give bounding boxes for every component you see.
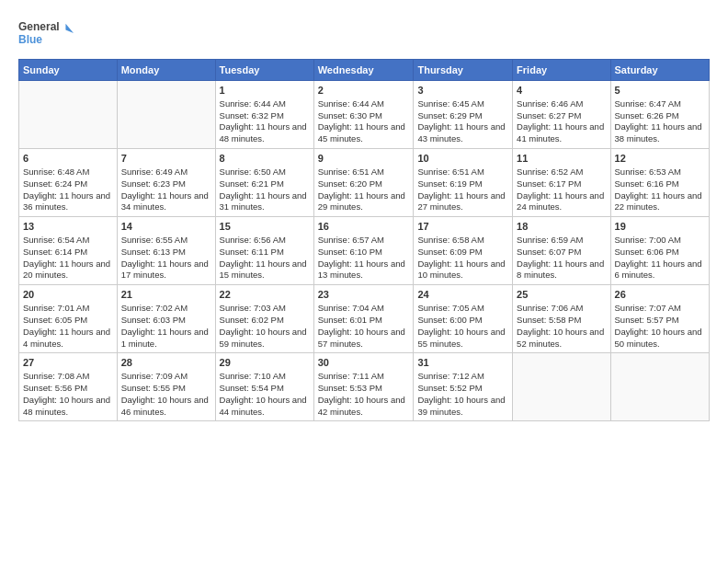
day-cell: 29Sunrise: 7:10 AMSunset: 5:54 PMDayligh… (215, 353, 313, 421)
weekday-header-row: SundayMondayTuesdayWednesdayThursdayFrid… (19, 60, 710, 81)
day-number: 18 (517, 220, 606, 234)
day-cell (19, 81, 118, 149)
day-info: Sunrise: 7:09 AMSunset: 5:55 PMDaylight:… (121, 371, 211, 418)
day-number: 20 (23, 288, 113, 302)
day-number: 2 (318, 84, 410, 98)
day-number: 17 (417, 220, 508, 234)
day-number: 11 (517, 152, 606, 166)
day-cell: 11Sunrise: 6:52 AMSunset: 6:17 PMDayligh… (513, 149, 610, 217)
day-cell: 25Sunrise: 7:06 AMSunset: 5:58 PMDayligh… (513, 285, 610, 353)
day-number: 6 (23, 152, 113, 166)
day-number: 22 (220, 288, 310, 302)
weekday-header-saturday: Saturday (610, 60, 709, 81)
day-info: Sunrise: 6:45 AMSunset: 6:29 PMDaylight:… (417, 98, 508, 145)
logo: General Blue (18, 15, 74, 52)
day-number: 28 (121, 356, 211, 370)
weekday-header-friday: Friday (513, 60, 610, 81)
day-info: Sunrise: 7:00 AMSunset: 6:06 PMDaylight:… (615, 235, 705, 282)
weekday-header-sunday: Sunday (19, 60, 118, 81)
weekday-header-monday: Monday (117, 60, 215, 81)
day-info: Sunrise: 7:07 AMSunset: 5:57 PMDaylight:… (615, 303, 705, 350)
svg-marker-2 (65, 24, 74, 33)
day-number: 14 (121, 220, 211, 234)
day-number: 23 (318, 288, 410, 302)
day-info: Sunrise: 7:11 AMSunset: 5:53 PMDaylight:… (318, 371, 410, 418)
day-info: Sunrise: 7:12 AMSunset: 5:52 PMDaylight:… (417, 371, 508, 418)
day-info: Sunrise: 6:44 AMSunset: 6:32 PMDaylight:… (220, 98, 310, 145)
day-cell (513, 353, 610, 421)
day-cell: 19Sunrise: 7:00 AMSunset: 6:06 PMDayligh… (610, 217, 709, 285)
day-info: Sunrise: 7:03 AMSunset: 6:02 PMDaylight:… (220, 303, 310, 350)
day-info: Sunrise: 6:51 AMSunset: 6:19 PMDaylight:… (417, 167, 508, 213)
day-info: Sunrise: 7:06 AMSunset: 5:58 PMDaylight:… (517, 303, 606, 350)
page: General Blue SundayMondayTuesdayWednesda… (0, 0, 728, 431)
day-info: Sunrise: 6:51 AMSunset: 6:20 PMDaylight:… (318, 167, 410, 213)
day-info: Sunrise: 6:44 AMSunset: 6:30 PMDaylight:… (318, 98, 410, 145)
week-row-4: 20Sunrise: 7:01 AMSunset: 6:05 PMDayligh… (19, 285, 710, 353)
day-number: 19 (615, 220, 705, 234)
day-info: Sunrise: 6:52 AMSunset: 6:17 PMDaylight:… (517, 167, 606, 213)
day-info: Sunrise: 7:01 AMSunset: 6:05 PMDaylight:… (23, 303, 113, 350)
day-cell: 10Sunrise: 6:51 AMSunset: 6:19 PMDayligh… (414, 149, 513, 217)
day-number: 16 (318, 220, 410, 234)
calendar-table: SundayMondayTuesdayWednesdayThursdayFrid… (18, 59, 710, 421)
day-number: 21 (121, 288, 211, 302)
day-cell: 7Sunrise: 6:49 AMSunset: 6:23 PMDaylight… (117, 149, 215, 217)
day-cell: 30Sunrise: 7:11 AMSunset: 5:53 PMDayligh… (313, 353, 414, 421)
day-info: Sunrise: 6:49 AMSunset: 6:23 PMDaylight:… (121, 167, 211, 213)
day-number: 1 (220, 84, 310, 98)
day-info: Sunrise: 6:57 AMSunset: 6:10 PMDaylight:… (318, 235, 410, 282)
week-row-5: 27Sunrise: 7:08 AMSunset: 5:56 PMDayligh… (19, 353, 710, 421)
week-row-1: 1Sunrise: 6:44 AMSunset: 6:32 PMDaylight… (19, 81, 710, 149)
day-info: Sunrise: 6:55 AMSunset: 6:13 PMDaylight:… (121, 235, 211, 282)
day-cell: 20Sunrise: 7:01 AMSunset: 6:05 PMDayligh… (19, 285, 118, 353)
day-cell (117, 81, 215, 149)
day-cell: 15Sunrise: 6:56 AMSunset: 6:11 PMDayligh… (215, 217, 313, 285)
day-cell: 17Sunrise: 6:58 AMSunset: 6:09 PMDayligh… (414, 217, 513, 285)
day-cell: 12Sunrise: 6:53 AMSunset: 6:16 PMDayligh… (610, 149, 709, 217)
svg-text:Blue: Blue (18, 33, 42, 46)
day-number: 10 (417, 152, 508, 166)
day-number: 13 (23, 220, 113, 234)
day-cell: 2Sunrise: 6:44 AMSunset: 6:30 PMDaylight… (313, 81, 414, 149)
week-row-3: 13Sunrise: 6:54 AMSunset: 6:14 PMDayligh… (19, 217, 710, 285)
day-cell: 26Sunrise: 7:07 AMSunset: 5:57 PMDayligh… (610, 285, 709, 353)
logo-svg: General Blue (18, 15, 74, 52)
day-cell: 22Sunrise: 7:03 AMSunset: 6:02 PMDayligh… (215, 285, 313, 353)
day-info: Sunrise: 7:04 AMSunset: 6:01 PMDaylight:… (318, 303, 410, 350)
weekday-header-wednesday: Wednesday (313, 60, 414, 81)
day-info: Sunrise: 6:58 AMSunset: 6:09 PMDaylight:… (417, 235, 508, 282)
day-cell: 23Sunrise: 7:04 AMSunset: 6:01 PMDayligh… (313, 285, 414, 353)
day-info: Sunrise: 7:05 AMSunset: 6:00 PMDaylight:… (417, 303, 508, 350)
day-cell: 16Sunrise: 6:57 AMSunset: 6:10 PMDayligh… (313, 217, 414, 285)
day-info: Sunrise: 6:56 AMSunset: 6:11 PMDaylight:… (220, 235, 310, 282)
day-cell: 27Sunrise: 7:08 AMSunset: 5:56 PMDayligh… (19, 353, 118, 421)
day-number: 31 (417, 356, 508, 370)
day-info: Sunrise: 6:59 AMSunset: 6:07 PMDaylight:… (517, 235, 606, 282)
day-number: 8 (220, 152, 310, 166)
day-number: 27 (23, 356, 113, 370)
svg-text:General: General (18, 20, 60, 33)
day-number: 15 (220, 220, 310, 234)
day-number: 9 (318, 152, 410, 166)
header: General Blue (18, 15, 710, 52)
day-number: 25 (517, 288, 606, 302)
day-number: 3 (417, 84, 508, 98)
day-number: 30 (318, 356, 410, 370)
week-row-2: 6Sunrise: 6:48 AMSunset: 6:24 PMDaylight… (19, 149, 710, 217)
day-number: 26 (615, 288, 705, 302)
day-info: Sunrise: 6:54 AMSunset: 6:14 PMDaylight:… (23, 235, 113, 282)
day-cell: 28Sunrise: 7:09 AMSunset: 5:55 PMDayligh… (117, 353, 215, 421)
day-cell: 24Sunrise: 7:05 AMSunset: 6:00 PMDayligh… (414, 285, 513, 353)
day-info: Sunrise: 7:02 AMSunset: 6:03 PMDaylight:… (121, 303, 211, 350)
day-cell: 31Sunrise: 7:12 AMSunset: 5:52 PMDayligh… (414, 353, 513, 421)
day-number: 29 (220, 356, 310, 370)
day-info: Sunrise: 6:47 AMSunset: 6:26 PMDaylight:… (615, 98, 705, 145)
day-cell: 3Sunrise: 6:45 AMSunset: 6:29 PMDaylight… (414, 81, 513, 149)
day-cell: 18Sunrise: 6:59 AMSunset: 6:07 PMDayligh… (513, 217, 610, 285)
day-info: Sunrise: 6:50 AMSunset: 6:21 PMDaylight:… (220, 167, 310, 213)
day-info: Sunrise: 6:48 AMSunset: 6:24 PMDaylight:… (23, 167, 113, 213)
day-info: Sunrise: 7:08 AMSunset: 5:56 PMDaylight:… (23, 371, 113, 418)
day-cell: 13Sunrise: 6:54 AMSunset: 6:14 PMDayligh… (19, 217, 118, 285)
day-cell: 4Sunrise: 6:46 AMSunset: 6:27 PMDaylight… (513, 81, 610, 149)
